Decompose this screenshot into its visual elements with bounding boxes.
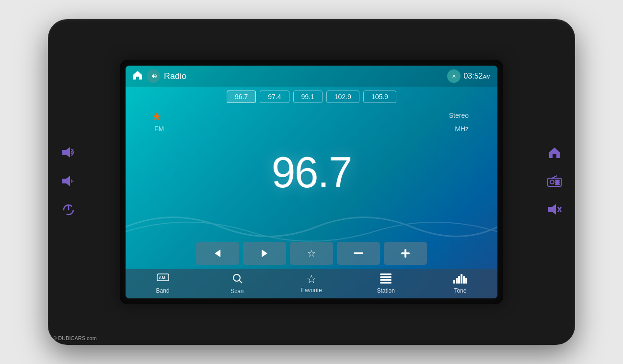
station-label: Station <box>377 287 395 294</box>
back-button[interactable] <box>147 69 160 83</box>
svg-rect-15 <box>380 273 392 275</box>
freq-plus-button[interactable] <box>384 242 427 265</box>
svg-rect-24 <box>465 278 467 284</box>
favorite-icon: ☆ <box>306 273 317 285</box>
svg-text:AM: AM <box>159 275 165 280</box>
volume-up-button[interactable]: + <box>61 146 76 160</box>
svg-rect-28 <box>555 182 559 183</box>
band-label: Band <box>156 287 170 294</box>
fm-label: FM <box>154 125 164 133</box>
svg-rect-21 <box>458 276 460 284</box>
svg-rect-22 <box>461 274 462 284</box>
svg-marker-0 <box>62 147 70 158</box>
svg-rect-17 <box>380 279 392 281</box>
mute-side-button[interactable] <box>547 203 562 217</box>
home-side-button[interactable] <box>548 147 561 161</box>
scan-label: Scan <box>231 288 243 295</box>
left-side-controls: + − <box>61 146 76 218</box>
tone-icon <box>453 273 467 285</box>
svg-marker-31 <box>548 204 556 215</box>
screen-bezel: Radio × 03:52AM 96.7 97.4 99.1 102.9 105… <box>120 60 503 304</box>
svg-rect-20 <box>456 278 458 284</box>
volume-down-button[interactable]: − <box>61 175 76 189</box>
freq-tab-4[interactable]: 105.9 <box>363 91 396 103</box>
close-button[interactable]: × <box>447 69 461 83</box>
freq-tab-2[interactable]: 99.1 <box>293 91 323 103</box>
time-display: 03:52AM <box>463 72 491 80</box>
car-unit: + − <box>48 19 575 345</box>
freq-tab-0[interactable]: 96.7 <box>227 91 256 103</box>
svg-rect-23 <box>463 276 465 284</box>
control-row: ☆ <box>126 238 497 269</box>
star-outline-icon: ☆ <box>307 248 316 259</box>
nav-tone[interactable]: Tone <box>423 269 497 298</box>
favorite-star-icon: ★ <box>152 111 162 123</box>
freq-tab-3[interactable]: 102.9 <box>326 91 359 103</box>
add-favorite-button[interactable]: ☆ <box>290 242 333 265</box>
freq-tab-1[interactable]: 97.4 <box>260 91 289 103</box>
svg-rect-29 <box>555 184 559 185</box>
svg-marker-2 <box>62 176 70 186</box>
nav-band[interactable]: AM Band <box>126 269 200 298</box>
svg-rect-18 <box>380 282 392 284</box>
svg-rect-27 <box>555 180 559 181</box>
screen: Radio × 03:52AM 96.7 97.4 99.1 102.9 105… <box>126 66 497 298</box>
right-side-controls <box>547 147 562 217</box>
station-icon <box>380 273 392 285</box>
svg-point-26 <box>550 180 554 184</box>
next-button[interactable] <box>243 242 286 265</box>
svg-text:+: + <box>72 147 74 152</box>
svg-rect-16 <box>380 276 392 278</box>
top-bar: Radio × 03:52AM <box>126 66 497 87</box>
close-icon: × <box>452 72 456 80</box>
svg-marker-7 <box>262 250 267 257</box>
svg-rect-10 <box>401 252 410 254</box>
favorite-label: Favorite <box>301 287 322 294</box>
power-button[interactable] <box>62 204 75 218</box>
nav-scan[interactable]: Scan <box>200 269 274 298</box>
frequency-display: 96.7 <box>271 151 351 194</box>
top-bar-left: Radio <box>132 69 186 83</box>
tone-label: Tone <box>454 287 466 294</box>
nav-station[interactable]: Station <box>349 269 423 298</box>
stereo-label: Stereo <box>449 112 469 119</box>
prev-button[interactable] <box>196 242 239 265</box>
svg-marker-6 <box>215 250 220 257</box>
svg-line-14 <box>239 281 242 284</box>
scan-icon <box>231 273 243 286</box>
svg-rect-19 <box>453 280 455 284</box>
svg-text:−: − <box>71 179 74 184</box>
radio-side-button[interactable] <box>547 175 562 189</box>
nav-favorite[interactable]: ☆ Favorite <box>274 269 348 298</box>
bottom-nav: AM Band Scan ☆ Favorit <box>126 269 497 298</box>
mhz-label: MHz <box>455 125 469 133</box>
top-bar-right: × 03:52AM <box>447 69 491 83</box>
svg-rect-8 <box>354 252 363 254</box>
frequency-tabs: 96.7 97.4 99.1 102.9 105.9 <box>126 87 497 107</box>
svg-point-13 <box>233 274 240 281</box>
home-button[interactable] <box>132 70 143 83</box>
screen-title: Radio <box>164 71 186 81</box>
band-icon: AM <box>156 273 170 285</box>
freq-minus-button[interactable] <box>337 242 380 265</box>
watermark: © DUBICARS.com <box>53 335 97 341</box>
main-display: ★ FM Stereo MHz 96.7 <box>126 107 497 238</box>
